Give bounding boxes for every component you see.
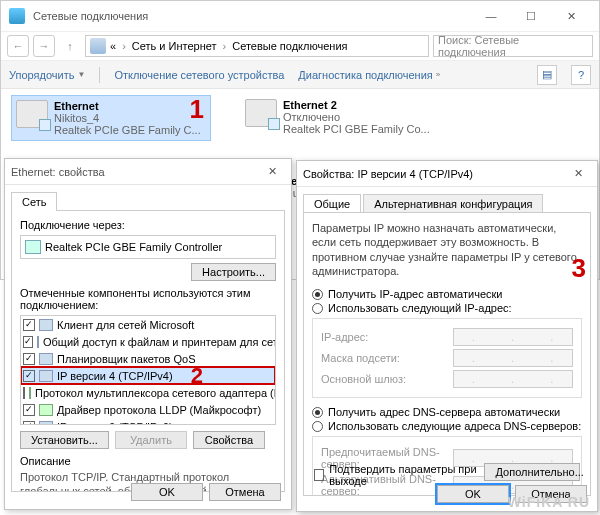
checkbox-icon[interactable]: ✓ bbox=[23, 404, 35, 416]
bc-l1[interactable]: Сеть и Интернет bbox=[132, 40, 217, 52]
radio-auto-dns[interactable]: Получить адрес DNS-сервера автоматически bbox=[312, 406, 582, 418]
annotation-3: 3 bbox=[572, 255, 586, 281]
list-item[interactable]: ✓Клиент для сетей Microsoft bbox=[21, 316, 275, 333]
minimize-button[interactable]: — bbox=[471, 10, 511, 22]
checkbox-icon[interactable]: ✓ bbox=[23, 336, 33, 348]
disable-device-button[interactable]: Отключение сетевого устройства bbox=[114, 69, 284, 81]
tab-row: Общие Альтернативная конфигурация bbox=[297, 187, 597, 212]
conn-sub2: Realtek PCIe GBE Family C... bbox=[54, 124, 201, 136]
cancel-button[interactable]: Отмена bbox=[209, 483, 281, 501]
close-icon[interactable]: ✕ bbox=[259, 165, 285, 178]
bc-l2[interactable]: Сетевые подключения bbox=[232, 40, 347, 52]
connection-ethernet[interactable]: Ethernet Nikitos_4 Realtek PCIe GBE Fami… bbox=[11, 95, 211, 141]
conn-name: Ethernet 2 bbox=[283, 99, 430, 111]
watermark: WiFiKA RU bbox=[508, 495, 590, 509]
mask-input: ... bbox=[453, 349, 573, 367]
chevron-right-icon: › bbox=[221, 40, 229, 52]
up-button[interactable]: ↑ bbox=[59, 35, 81, 57]
tab-network[interactable]: Сеть bbox=[11, 192, 57, 211]
adapter-name: Realtek PCIe GBE Family Controller bbox=[45, 241, 222, 253]
properties-button[interactable]: Свойства bbox=[193, 431, 265, 449]
components-list[interactable]: ✓Клиент для сетей Microsoft ✓Общий досту… bbox=[20, 315, 276, 425]
breadcrumb[interactable]: « › Сеть и Интернет › Сетевые подключени… bbox=[85, 35, 429, 57]
tab-page: Параметры IP можно назначать автоматичес… bbox=[303, 212, 591, 496]
checkbox-icon[interactable] bbox=[23, 387, 25, 399]
list-item[interactable]: ✓Общий доступ к файлам и принтерам для с… bbox=[21, 333, 275, 350]
bc-root: « bbox=[110, 40, 116, 52]
titlebar: Сетевые подключения — ☐ ✕ bbox=[1, 1, 599, 31]
maximize-button[interactable]: ☐ bbox=[511, 10, 551, 23]
forward-button[interactable]: → bbox=[33, 35, 55, 57]
back-button[interactable]: ← bbox=[7, 35, 29, 57]
nic-icon bbox=[245, 99, 277, 127]
dialog-title: Ethernet: свойства bbox=[11, 166, 259, 178]
dialog-titlebar: Свойства: IP версии 4 (TCP/IPv4) ✕ bbox=[297, 161, 597, 187]
remove-button: Удалить bbox=[115, 431, 187, 449]
ok-button[interactable]: OK bbox=[131, 483, 203, 501]
tab-alt-config[interactable]: Альтернативная конфигурация bbox=[363, 194, 543, 213]
view-button[interactable]: ▤ bbox=[537, 65, 557, 85]
list-item-ipv4[interactable]: ✓IP версии 4 (TCP/IPv4) 2 bbox=[21, 367, 275, 384]
search-placeholder: Поиск: Сетевые подключения bbox=[438, 34, 588, 58]
hint-text: Параметры IP можно назначать автоматичес… bbox=[312, 221, 582, 278]
conn-sub1: Отключено bbox=[283, 111, 430, 123]
connect-via-label: Подключение через: bbox=[20, 219, 276, 231]
checkbox-icon[interactable]: ✓ bbox=[23, 353, 35, 365]
conn-name: Ethernet bbox=[54, 100, 201, 112]
tab-general[interactable]: Общие bbox=[303, 194, 361, 213]
connection-ethernet2[interactable]: Ethernet 2 Отключено Realtek PCI GBE Fam… bbox=[241, 95, 441, 141]
ipv4-properties-dialog: Свойства: IP версии 4 (TCP/IPv4) ✕ Общие… bbox=[296, 160, 598, 512]
help-button[interactable]: ? bbox=[571, 65, 591, 85]
diagnose-button[interactable]: Диагностика подключения» bbox=[298, 69, 440, 81]
list-item[interactable]: Протокол мультиплексора сетевого адаптер… bbox=[21, 384, 275, 401]
organize-menu[interactable]: Упорядочить▼ bbox=[9, 69, 85, 81]
radio-manual-dns[interactable]: Использовать следующие адреса DNS-сервер… bbox=[312, 420, 582, 432]
checkbox-icon[interactable]: ✓ bbox=[23, 421, 35, 426]
address-bar: ← → ↑ « › Сеть и Интернет › Сетевые подк… bbox=[1, 31, 599, 61]
adapter-box[interactable]: Realtek PCIe GBE Family Controller bbox=[20, 235, 276, 259]
app-icon bbox=[9, 8, 25, 24]
mask-label: Маска подсети: bbox=[321, 352, 453, 364]
checkbox-icon[interactable]: ✓ bbox=[23, 370, 35, 382]
adapter-icon bbox=[25, 240, 41, 254]
checkbox-icon[interactable]: ✓ bbox=[23, 319, 35, 331]
window-title: Сетевые подключения bbox=[33, 10, 471, 22]
list-item[interactable]: ✓IP версии 6 (TCP/IPv6) bbox=[21, 418, 275, 425]
install-button[interactable]: Установить... bbox=[20, 431, 109, 449]
dialog-titlebar: Ethernet: свойства ✕ bbox=[5, 159, 291, 185]
conn-sub1: Nikitos_4 bbox=[54, 112, 201, 124]
validate-checkbox[interactable]: Подтвердить параметры при выходе bbox=[314, 463, 484, 487]
ok-button[interactable]: OK bbox=[437, 485, 509, 503]
dialog-title: Свойства: IP версии 4 (TCP/IPv4) bbox=[303, 168, 565, 180]
nic-icon bbox=[16, 100, 48, 128]
description-label: Описание bbox=[20, 455, 276, 467]
close-button[interactable]: ✕ bbox=[551, 10, 591, 23]
breadcrumb-icon bbox=[90, 38, 106, 54]
command-bar: Упорядочить▼ Отключение сетевого устройс… bbox=[1, 61, 599, 89]
radio-manual-ip[interactable]: Использовать следующий IP-адрес: bbox=[312, 302, 582, 314]
annotation-2: 2 bbox=[191, 365, 203, 387]
list-item[interactable]: ✓Драйвер протокола LLDP (Майкрософт) bbox=[21, 401, 275, 418]
chevron-right-icon: › bbox=[120, 40, 128, 52]
ip-fields-group: IP-адрес:... Маска подсети:... Основной … bbox=[312, 318, 582, 398]
list-item[interactable]: ✓Планировщик пакетов QoS bbox=[21, 350, 275, 367]
tab-row: Сеть bbox=[5, 185, 291, 210]
chevron-down-icon: ▼ bbox=[77, 70, 85, 79]
search-input[interactable]: Поиск: Сетевые подключения bbox=[433, 35, 593, 57]
gateway-input: ... bbox=[453, 370, 573, 388]
configure-button[interactable]: Настроить... bbox=[191, 263, 276, 281]
gateway-label: Основной шлюз: bbox=[321, 373, 453, 385]
close-icon[interactable]: ✕ bbox=[565, 167, 591, 180]
radio-auto-ip[interactable]: Получить IP-адрес автоматически bbox=[312, 288, 582, 300]
checkbox-icon[interactable] bbox=[314, 469, 324, 481]
conn-sub2: Realtek PCI GBE Family Co... bbox=[283, 123, 430, 135]
ethernet-properties-dialog: Ethernet: свойства ✕ Сеть Подключение че… bbox=[4, 158, 292, 510]
components-label: Отмеченные компоненты используются этим … bbox=[20, 287, 276, 311]
ip-label: IP-адрес: bbox=[321, 331, 453, 343]
advanced-button[interactable]: Дополнительно... bbox=[484, 463, 580, 481]
tab-page: Подключение через: Realtek PCIe GBE Fami… bbox=[11, 210, 285, 492]
annotation-1: 1 bbox=[190, 96, 204, 122]
ip-input: ... bbox=[453, 328, 573, 346]
